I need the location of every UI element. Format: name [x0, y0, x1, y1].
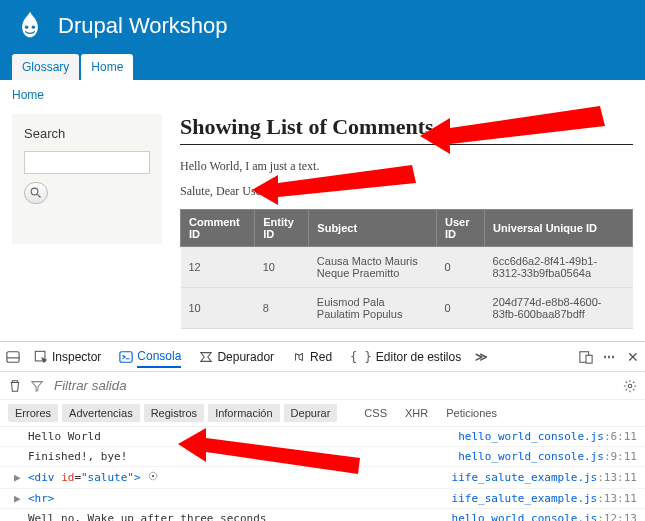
site-header: Drupal Workshop Glossary Home	[0, 0, 645, 80]
brand: Drupal Workshop	[12, 8, 633, 54]
filter-info[interactable]: Información	[208, 404, 279, 422]
devtools-toolbar: Inspector Consola Depurador Red { } Edit…	[0, 342, 645, 372]
devtools-tab-debugger[interactable]: Depurador	[195, 347, 278, 367]
nav-tabs: Glossary Home	[12, 54, 633, 80]
svg-line-3	[38, 195, 41, 198]
inspector-icon	[34, 350, 48, 364]
braces-icon: { }	[350, 350, 372, 364]
cell-uid: 0	[437, 288, 485, 329]
svg-marker-4	[420, 106, 605, 154]
devtools-tab-label: Consola	[137, 349, 181, 368]
filter-requests[interactable]: Peticiones	[439, 404, 504, 422]
expand-icon[interactable]: ▶	[14, 492, 21, 505]
drupal-logo-icon	[12, 8, 48, 44]
cell-eid: 8	[255, 288, 309, 329]
log-message: Finished!, bye!	[28, 450, 127, 463]
close-icon[interactable]: ✕	[627, 349, 639, 365]
filter-icon[interactable]	[30, 379, 44, 393]
filter-warnings[interactable]: Advertencias	[62, 404, 140, 422]
devtools-tab-styles[interactable]: { } Editor de estilos	[346, 347, 465, 367]
cell-subject: Causa Macto Mauris Neque Praemitto	[309, 247, 437, 288]
log-source[interactable]: hello_world_console.js:12:13	[452, 512, 637, 521]
svg-point-2	[31, 188, 38, 195]
svg-rect-7	[7, 351, 19, 362]
search-icon	[30, 187, 42, 199]
responsive-icon[interactable]	[579, 350, 593, 364]
cell-uuid: 204d774d-e8b8-4600-83fb-600baa87bdff	[485, 288, 633, 329]
col-user-id: User ID	[437, 210, 485, 247]
devtools-tab-label: Inspector	[52, 350, 101, 364]
expand-icon[interactable]: ▶	[14, 471, 21, 484]
col-uuid: Universal Unique ID	[485, 210, 633, 247]
console-log-row: ▶<hr>iife_salute_example.js:13:11	[0, 489, 645, 509]
log-source[interactable]: iife_salute_example.js:13:11	[452, 471, 637, 484]
breadcrumb: Home	[12, 88, 633, 102]
devtools-tab-network[interactable]: Red	[288, 347, 336, 367]
log-node[interactable]: <hr>	[28, 492, 55, 505]
log-source[interactable]: hello_world_console.js:9:11	[458, 450, 637, 463]
console-subbar	[0, 372, 645, 400]
dock-icon[interactable]	[6, 350, 20, 364]
devtools-tab-label: Depurador	[217, 350, 274, 364]
cell-subject: Euismod Pala Paulatim Populus	[309, 288, 437, 329]
col-comment-id: Comment ID	[181, 210, 255, 247]
search-heading: Search	[24, 126, 150, 141]
svg-point-15	[151, 475, 153, 477]
cell-uuid: 6cc6d6a2-8f41-49b1-8312-33b9fba0564a	[485, 247, 633, 288]
comments-table: Comment ID Entity ID Subject User ID Uni…	[180, 209, 633, 329]
tab-glossary[interactable]: Glossary	[12, 54, 79, 80]
cell-uid: 0	[437, 247, 485, 288]
table-row: 12 10 Causa Macto Mauris Neque Praemitto…	[181, 247, 633, 288]
breadcrumb-home[interactable]: Home	[12, 88, 44, 102]
cell-cid: 10	[181, 288, 255, 329]
svg-point-1	[32, 25, 35, 28]
svg-point-0	[25, 25, 28, 28]
devtools-tab-label: Editor de estilos	[376, 350, 461, 364]
svg-marker-6	[178, 428, 360, 474]
debugger-icon	[199, 350, 213, 364]
console-icon	[119, 350, 133, 364]
target-icon[interactable]	[147, 470, 159, 485]
settings-icon[interactable]	[623, 379, 637, 393]
filter-logs[interactable]: Registros	[144, 404, 204, 422]
svg-marker-5	[252, 165, 416, 205]
svg-point-13	[628, 384, 632, 388]
log-source[interactable]: hello_world_console.js:6:11	[458, 430, 637, 443]
overflow-icon[interactable]: ≫	[475, 350, 488, 364]
annotation-arrow-icon	[420, 106, 620, 156]
filter-debug[interactable]: Depurar	[284, 404, 338, 422]
sidebar-search: Search	[12, 114, 162, 244]
svg-rect-12	[586, 355, 592, 363]
filter-xhr[interactable]: XHR	[398, 404, 435, 422]
col-entity-id: Entity ID	[255, 210, 309, 247]
console-filters: Errores Advertencias Registros Informaci…	[0, 400, 645, 427]
console-log-row: Well no, Wake up after three secondshell…	[0, 509, 645, 521]
tab-home[interactable]: Home	[81, 54, 133, 80]
log-message: Well no, Wake up after three seconds	[28, 512, 266, 521]
annotation-arrow-icon	[178, 426, 368, 476]
search-button[interactable]	[24, 182, 48, 204]
network-icon	[292, 350, 306, 364]
annotation-arrow-icon	[252, 165, 422, 205]
devtools-tab-console[interactable]: Consola	[115, 346, 185, 367]
devtools-tab-label: Red	[310, 350, 332, 364]
search-input[interactable]	[24, 151, 150, 174]
site-title: Drupal Workshop	[58, 13, 228, 39]
trash-icon[interactable]	[8, 379, 22, 393]
cell-cid: 12	[181, 247, 255, 288]
log-message: Hello World	[28, 430, 101, 443]
devtools-tab-inspector[interactable]: Inspector	[30, 347, 105, 367]
filter-css[interactable]: CSS	[357, 404, 394, 422]
log-node[interactable]: <div id="salute">	[28, 471, 141, 484]
table-row: 10 8 Euismod Pala Paulatim Populus 0 204…	[181, 288, 633, 329]
filter-input[interactable]	[52, 376, 615, 395]
cell-eid: 10	[255, 247, 309, 288]
more-icon[interactable]: ⋯	[603, 350, 617, 364]
log-source[interactable]: iife_salute_example.js:13:11	[452, 492, 637, 505]
filter-errors[interactable]: Errores	[8, 404, 58, 422]
col-subject: Subject	[309, 210, 437, 247]
